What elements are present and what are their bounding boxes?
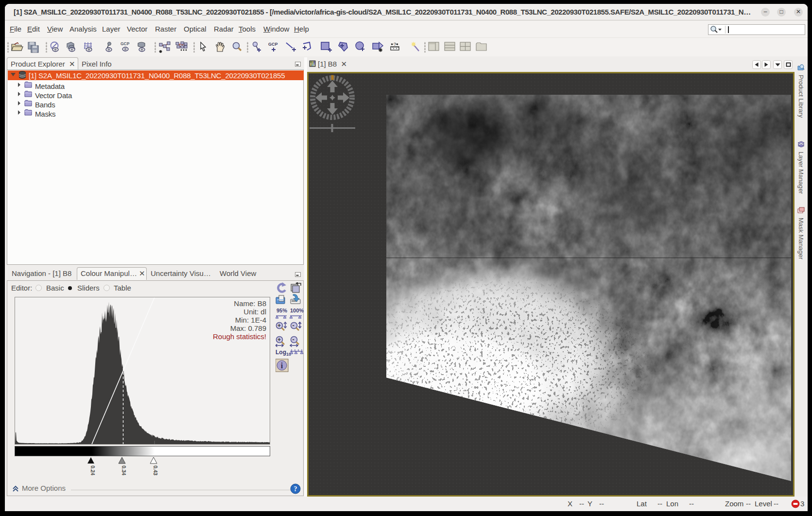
svg-text:+: + [277, 336, 281, 343]
svg-text:?: ? [294, 485, 297, 493]
svg-text:GCP: GCP [121, 41, 130, 46]
svg-text:+: + [277, 322, 281, 329]
svg-text:i: i [281, 361, 283, 370]
svg-text:-: - [293, 336, 294, 343]
svg-text:GCP: GCP [268, 42, 278, 47]
svg-text:100%: 100% [290, 308, 304, 313]
svg-text:95%: 95% [276, 308, 287, 313]
svg-text:Log10: Log10 [276, 349, 291, 357]
svg-text:?: ? [394, 42, 396, 47]
svg-text:-: - [293, 322, 294, 329]
